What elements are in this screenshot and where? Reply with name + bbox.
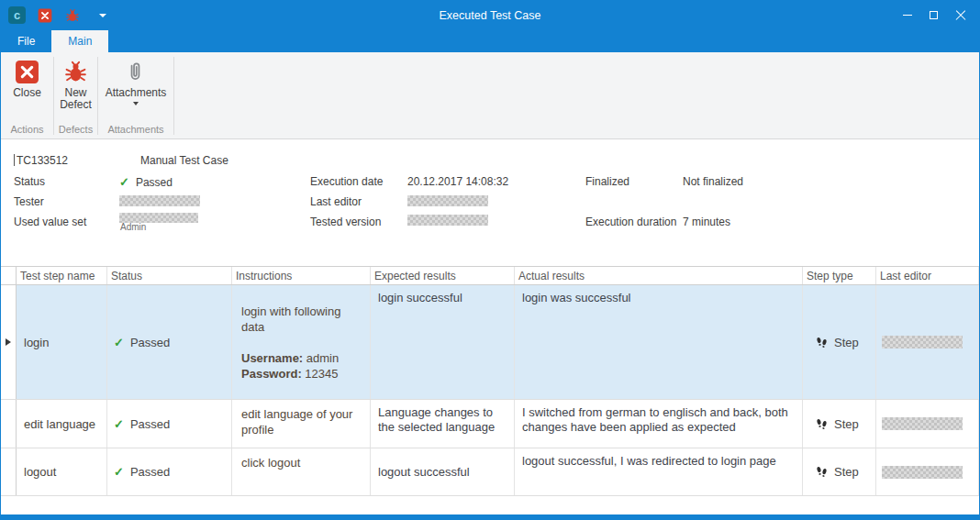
new-defect-button-label: New Defect	[56, 87, 96, 111]
close-button[interactable]: Close	[10, 57, 44, 100]
row-indicator[interactable]	[1, 285, 17, 399]
cell-status[interactable]: ✓Passed	[107, 400, 232, 448]
column-header-step-type[interactable]: Step type	[803, 267, 876, 284]
step-type-text: Step	[834, 465, 859, 479]
execution-duration-value: 7 minutes	[683, 216, 730, 228]
actual-results-text: logout successful, I was redirected to l…	[522, 454, 798, 469]
used-value-set-label: Used value set	[14, 216, 86, 228]
test-steps-grid: Test step name Status Instructions Expec…	[1, 266, 979, 514]
cell-actual-results[interactable]: I switched from german to englisch and b…	[515, 400, 803, 448]
test-step-name-text: edit language	[24, 417, 95, 431]
ribbon: Close Actions New Defect	[1, 52, 979, 139]
cell-actual-results[interactable]: logout successful, I was redirected to l…	[515, 448, 803, 495]
check-icon: ✓	[114, 417, 124, 431]
ribbon-group-actions: Close Actions	[1, 52, 53, 138]
last-editor-value-redacted	[407, 195, 488, 206]
minimize-icon	[903, 15, 912, 16]
actual-results-text: I switched from german to englisch and b…	[522, 405, 798, 435]
cell-step-type[interactable]: Step	[803, 285, 876, 399]
header-gutter	[1, 267, 17, 284]
column-header-status[interactable]: Status	[107, 267, 232, 284]
details-panel: TC133512 Manual Test Case Status ✓Passed…	[1, 139, 979, 266]
table-row[interactable]: edit language✓Passededit language of you…	[1, 400, 979, 448]
tab-main[interactable]: Main	[51, 30, 108, 52]
cell-expected-results[interactable]: logout successful	[371, 448, 515, 495]
ribbon-tab-strip: File Main	[1, 30, 979, 52]
status-label: Status	[14, 175, 45, 188]
cell-test-step-name[interactable]: logout	[17, 448, 107, 495]
selected-row-arrow-icon	[6, 338, 11, 346]
used-value-set-value: Admin	[120, 222, 146, 232]
cell-test-step-name[interactable]: login	[17, 285, 107, 399]
finalized-label: Finalized	[585, 175, 629, 188]
check-icon: ✓	[119, 175, 129, 189]
paperclip-icon	[123, 60, 148, 84]
cell-instructions[interactable]: login with following data Username: admi…	[232, 285, 371, 399]
tab-file[interactable]: File	[1, 30, 51, 52]
minimize-button[interactable]	[894, 5, 920, 27]
step-footprints-icon	[815, 417, 829, 431]
expected-results-text: login successful	[378, 291, 510, 305]
row-indicator[interactable]	[1, 400, 17, 448]
table-row[interactable]: login✓Passedlogin with following data Us…	[1, 285, 979, 400]
maximize-icon	[930, 11, 938, 19]
status-value: ✓Passed	[119, 175, 173, 189]
ribbon-group-attachments: Attachments Attachments	[98, 52, 173, 138]
column-header-instructions[interactable]: Instructions	[232, 267, 371, 284]
cell-status[interactable]: ✓Passed	[107, 285, 232, 399]
new-defect-button[interactable]: New Defect	[53, 57, 99, 112]
attachments-button[interactable]: Attachments	[103, 57, 170, 106]
cell-instructions[interactable]: click logout	[232, 448, 371, 495]
cell-expected-results[interactable]: login successful	[371, 285, 515, 399]
cell-step-type[interactable]: Step	[803, 400, 876, 448]
table-row[interactable]: logout✓Passedclick logoutlogout successf…	[1, 448, 979, 496]
status-text: Passed	[130, 465, 170, 479]
column-header-actual-results[interactable]: Actual results	[515, 267, 803, 284]
execution-duration-label: Execution duration	[585, 216, 676, 228]
close-window-button[interactable]	[947, 5, 974, 27]
test-step-name-text: login	[24, 336, 49, 349]
column-header-expected-results[interactable]: Expected results	[371, 267, 515, 284]
cell-status[interactable]: ✓Passed	[107, 448, 232, 495]
cell-last-editor[interactable]	[876, 448, 979, 495]
app-logo-letter: c	[14, 8, 20, 22]
row-indicator[interactable]	[1, 448, 17, 495]
tested-version-label: Tested version	[310, 216, 381, 228]
ribbon-group-label-attachments: Attachments	[107, 123, 163, 138]
qat-customize-chevron-icon[interactable]	[99, 14, 106, 17]
test-case-type: Manual Test Case	[140, 154, 228, 167]
column-header-last-editor[interactable]: Last editor	[876, 267, 979, 284]
last-editor-redacted	[882, 336, 963, 349]
grid-header: Test step name Status Instructions Expec…	[1, 266, 979, 285]
instructions-text: login with following data Username: admi…	[241, 304, 361, 382]
quick-close-button[interactable]	[37, 7, 53, 24]
close-icon	[955, 10, 966, 21]
cell-expected-results[interactable]: Language changes to the selected languag…	[371, 400, 515, 448]
quick-new-defect-button[interactable]	[64, 7, 81, 24]
expected-results-text: logout successful	[378, 465, 470, 480]
cell-test-step-name[interactable]: edit language	[17, 400, 107, 448]
check-icon: ✓	[114, 465, 124, 479]
cell-actual-results[interactable]: login was successful	[515, 285, 803, 399]
maximize-button[interactable]	[920, 5, 947, 27]
grid-body: login✓Passedlogin with following data Us…	[1, 285, 979, 496]
cell-last-editor[interactable]	[876, 285, 979, 399]
column-header-test-step-name[interactable]: Test step name	[17, 267, 107, 284]
cell-instructions[interactable]: edit language of your profile	[232, 400, 371, 448]
bug-icon	[63, 60, 88, 84]
close-icon	[38, 8, 52, 23]
title-bar: c Executed Test Cas	[1, 0, 979, 30]
app-logo-icon[interactable]: c	[8, 6, 26, 24]
step-footprints-icon	[815, 465, 829, 479]
check-icon: ✓	[114, 336, 124, 349]
cell-last-editor[interactable]	[876, 400, 979, 448]
tester-value-redacted	[119, 195, 200, 206]
attachments-button-label: Attachments	[106, 87, 167, 99]
execution-date-value: 20.12.2017 14:08:32	[407, 175, 508, 188]
tester-label: Tester	[14, 195, 44, 208]
ribbon-separator	[173, 57, 174, 135]
expected-results-text: Language changes to the selected languag…	[378, 405, 510, 435]
cell-step-type[interactable]: Step	[803, 448, 876, 495]
step-type-text: Step	[834, 417, 859, 431]
status-value-text: Passed	[136, 176, 173, 189]
